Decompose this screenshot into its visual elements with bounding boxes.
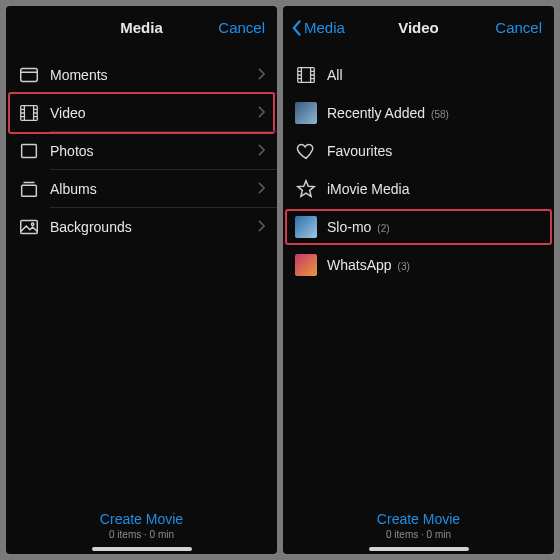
- svg-marker-24: [298, 181, 315, 197]
- card-icon: [18, 64, 40, 86]
- row-albums[interactable]: Albums: [6, 170, 277, 208]
- thumbnail: [295, 254, 317, 276]
- row-video[interactable]: Video: [6, 94, 277, 132]
- back-label: Media: [304, 19, 345, 36]
- chevron-left-icon: [291, 19, 302, 37]
- row-label: Slo-mo(2): [327, 219, 542, 235]
- row-count: (2): [377, 223, 389, 234]
- svg-rect-12: [22, 185, 37, 196]
- row-label: Video: [50, 105, 258, 121]
- stack-icon: [18, 178, 40, 200]
- home-indicator: [369, 547, 469, 551]
- footer-meta: 0 items · 0 min: [109, 529, 174, 540]
- row-label: Favourites: [327, 143, 542, 159]
- footer: Create Movie 0 items · 0 min: [283, 511, 554, 540]
- chevron-right-icon: [258, 142, 265, 160]
- media-list: Moments Video Photos Albums Bac: [6, 50, 277, 246]
- row-label: Photos: [50, 143, 258, 159]
- row-label: iMovie Media: [327, 181, 542, 197]
- nav-bar: Media Video Cancel: [283, 6, 554, 50]
- row-backgrounds[interactable]: Backgrounds: [6, 208, 277, 246]
- film-icon: [295, 64, 317, 86]
- nav-title: Video: [398, 19, 439, 36]
- row-label: Backgrounds: [50, 219, 258, 235]
- create-movie-button[interactable]: Create Movie: [377, 511, 460, 527]
- star-icon: [295, 178, 317, 200]
- footer-meta: 0 items · 0 min: [386, 529, 451, 540]
- nav-title: Media: [120, 19, 163, 36]
- row-favourites[interactable]: Favourites: [283, 132, 554, 170]
- row-count: (3): [398, 261, 410, 272]
- rect-icon: [18, 140, 40, 162]
- thumbnail: [295, 102, 317, 124]
- create-movie-button[interactable]: Create Movie: [100, 511, 183, 527]
- chevron-right-icon: [258, 66, 265, 84]
- back-button[interactable]: Media: [291, 19, 345, 37]
- thumbnail: [295, 216, 317, 238]
- row-recently-added[interactable]: Recently Added(58): [283, 94, 554, 132]
- film-icon: [18, 102, 40, 124]
- picture-icon: [18, 216, 40, 238]
- row-label: Albums: [50, 181, 258, 197]
- row-label: Moments: [50, 67, 258, 83]
- screen-video: Media Video Cancel All Recently Added(58…: [283, 6, 554, 554]
- row-imovie-media[interactable]: iMovie Media: [283, 170, 554, 208]
- heart-icon: [295, 140, 317, 162]
- row-all[interactable]: All: [283, 56, 554, 94]
- svg-rect-13: [21, 221, 38, 234]
- row-label: All: [327, 67, 542, 83]
- chevron-right-icon: [258, 218, 265, 236]
- row-moments[interactable]: Moments: [6, 56, 277, 94]
- row-whatsapp[interactable]: WhatsApp(3): [283, 246, 554, 284]
- row-label: Recently Added(58): [327, 105, 542, 121]
- row-slomo[interactable]: Slo-mo(2): [283, 208, 554, 246]
- svg-rect-11: [22, 145, 37, 158]
- row-photos[interactable]: Photos: [6, 132, 277, 170]
- cancel-button[interactable]: Cancel: [218, 19, 265, 36]
- cancel-button[interactable]: Cancel: [495, 19, 542, 36]
- video-list: All Recently Added(58) Favourites iMovie…: [283, 50, 554, 284]
- row-count: (58): [431, 109, 449, 120]
- svg-point-14: [31, 223, 33, 225]
- footer: Create Movie 0 items · 0 min: [6, 511, 277, 540]
- chevron-right-icon: [258, 104, 265, 122]
- screen-media: Media Cancel Moments Video Photos: [6, 6, 277, 554]
- home-indicator: [92, 547, 192, 551]
- nav-bar: Media Cancel: [6, 6, 277, 50]
- svg-rect-0: [21, 69, 38, 82]
- chevron-right-icon: [258, 180, 265, 198]
- row-label: WhatsApp(3): [327, 257, 542, 273]
